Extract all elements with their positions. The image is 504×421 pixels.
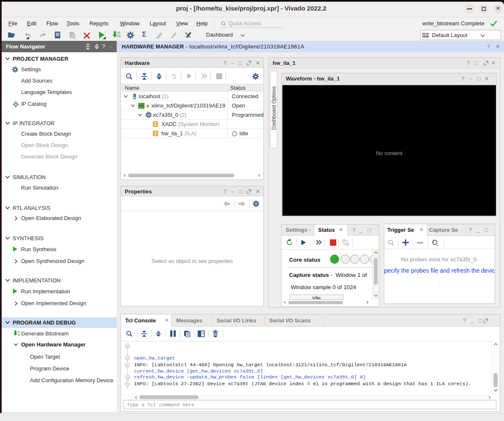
svg-text:01: 01 [17, 330, 20, 333]
svg-text:10: 10 [117, 35, 121, 38]
svg-text:10: 10 [17, 333, 20, 336]
svg-text:01: 01 [117, 31, 121, 34]
